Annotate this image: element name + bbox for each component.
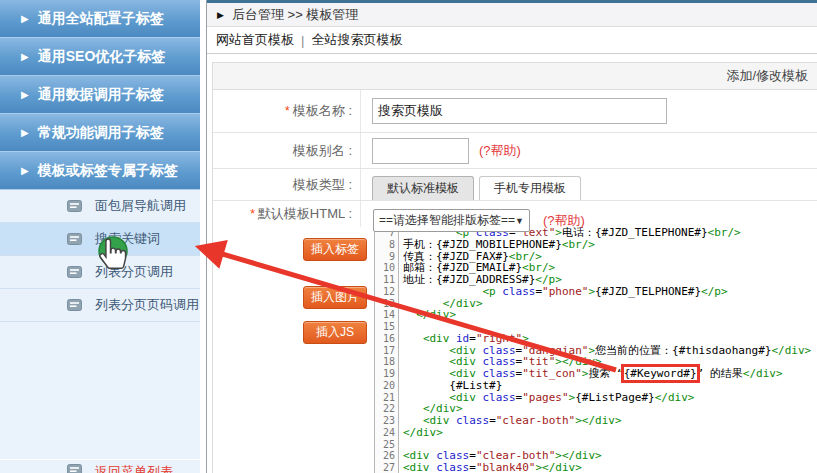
main-content: ▶ 后台管理 >> 模板管理 网站首页模板 | 全站搜索页模板 添加/修改模板 … bbox=[207, 0, 817, 473]
sidebar-group-label: 通用SEO优化子标签 bbox=[38, 48, 166, 66]
insert-js-button[interactable]: 插入JS bbox=[303, 321, 367, 344]
default-html-label: * 默认模板HTML : bbox=[213, 201, 361, 227]
breadcrumb-text: 后台管理 >> 模板管理 bbox=[232, 6, 358, 24]
sidebar-group-label: 通用数据调用子标签 bbox=[38, 86, 164, 104]
required-star: * bbox=[285, 104, 290, 118]
smart-layout-tag-select[interactable]: ==请选择智能排版标签== ▼ bbox=[373, 209, 530, 232]
sidebar-group[interactable]: ▶ 通用数据调用子标签 bbox=[0, 76, 200, 114]
triangle-icon: ▶ bbox=[21, 166, 29, 176]
sidebar-item-label: 列表分页调用 bbox=[95, 263, 173, 281]
code-line: </div> bbox=[403, 427, 817, 439]
required-star: * bbox=[250, 207, 255, 221]
line-number: 17 bbox=[375, 345, 395, 357]
sidebar-group-label: 模板或标签专属子标签 bbox=[38, 162, 178, 180]
code-line: 手机：{#JZD_MOBILEPHONE#}<br/> bbox=[403, 239, 817, 251]
breadcrumb: ▶ 后台管理 >> 模板管理 bbox=[207, 3, 817, 27]
sidebar-group-label: 通用全站配置子标签 bbox=[38, 10, 164, 28]
template-alias-input[interactable] bbox=[372, 138, 469, 164]
sidebar-group[interactable]: ▶ 通用SEO优化子标签 bbox=[0, 38, 200, 76]
triangle-icon: ▶ bbox=[21, 14, 29, 24]
sidebar-group[interactable]: ▶ 模板或标签专属子标签 bbox=[0, 152, 200, 190]
line-number: 22 bbox=[375, 403, 395, 415]
subnav-separator: | bbox=[301, 33, 304, 48]
template-name-label: * 模板名称 : bbox=[213, 90, 361, 132]
alias-help-link[interactable]: (?帮助) bbox=[479, 142, 521, 160]
code-line: <div class="tit_con">搜索 “{#Keyword#}” 的结… bbox=[403, 368, 817, 380]
code-line: </div> bbox=[403, 309, 817, 321]
line-number: 13 bbox=[375, 298, 395, 310]
template-name-input[interactable] bbox=[372, 98, 667, 124]
sidebar-item-label: 返回菜单列表 bbox=[95, 463, 173, 473]
code-line: 地址：{#JZD_ADDRESS#}</p> bbox=[403, 274, 817, 286]
line-number: 11 bbox=[375, 274, 395, 286]
tab-mobile-template[interactable]: 手机专用模板 bbox=[479, 176, 581, 200]
sidebar-item-link[interactable]: 列表分页调用 bbox=[0, 256, 200, 289]
template-type-row: 模板类型 : 默认标准模板 手机专用模板 bbox=[213, 169, 817, 201]
line-number: 19 bbox=[375, 368, 395, 380]
sidebar-item-label: 面包屑导航调用 bbox=[95, 197, 186, 215]
panel-title: 添加/修改模板 bbox=[213, 63, 817, 90]
line-number: 23 bbox=[375, 415, 395, 427]
insert-image-button[interactable]: 插入图片 bbox=[303, 286, 367, 309]
template-html-editor[interactable]: 789101112131415161718192021222324252627 … bbox=[374, 227, 817, 473]
triangle-icon: ▶ bbox=[21, 52, 29, 62]
line-number: 27 bbox=[375, 462, 395, 473]
line-number: 15 bbox=[375, 321, 395, 333]
document-icon bbox=[67, 233, 82, 245]
line-number: 26 bbox=[375, 450, 395, 462]
line-number-gutter: 789101112131415161718192021222324252627 bbox=[375, 227, 399, 473]
code-line: </div> bbox=[403, 298, 817, 310]
document-icon bbox=[67, 200, 82, 212]
line-number: 20 bbox=[375, 380, 395, 392]
subnav-search-template-link[interactable]: 全站搜索页模板 bbox=[311, 31, 402, 49]
template-manager-page: ▶ 通用全站配置子标签 ▶ 通用SEO优化子标签 ▶ 通用数据调用子标签 ▶ 常… bbox=[0, 0, 817, 473]
sidebar-item-active[interactable]: 搜索关键词 bbox=[0, 223, 200, 256]
subnav-home-template-link[interactable]: 网站首页模板 bbox=[216, 31, 294, 49]
template-alias-label: 模板别名 : bbox=[213, 133, 361, 168]
code-content: <p class="text">电话：{#JZD_TELEPHONE#}<br/… bbox=[399, 227, 817, 473]
line-number: 10 bbox=[375, 262, 395, 274]
insert-tag-button[interactable]: 插入标签 bbox=[303, 238, 367, 261]
chevron-down-icon: ▼ bbox=[515, 216, 524, 226]
sidebar-group[interactable]: ▶ 常规功能调用子标签 bbox=[0, 114, 200, 152]
template-subnav: 网站首页模板 | 全站搜索页模板 bbox=[207, 27, 817, 54]
line-number: 25 bbox=[375, 439, 395, 451]
template-type-tabs: 默认标准模板 手机专用模板 bbox=[372, 176, 581, 200]
line-number: 9 bbox=[375, 251, 395, 263]
template-alias-row: 模板别名 : (?帮助) bbox=[213, 133, 817, 169]
document-icon bbox=[67, 266, 82, 278]
document-icon bbox=[67, 464, 82, 473]
triangle-icon: ▶ bbox=[21, 90, 29, 100]
line-number: 16 bbox=[375, 333, 395, 345]
line-number: 18 bbox=[375, 356, 395, 368]
document-icon bbox=[67, 299, 82, 311]
sidebar-item-return[interactable]: 返回菜单列表 bbox=[0, 460, 200, 473]
html-help-link[interactable]: (?帮助) bbox=[543, 212, 585, 230]
sidebar-item-link[interactable]: 面包屑导航调用 bbox=[0, 190, 200, 223]
sidebar-items: 面包屑导航调用 搜索关键词 列表分页调用 列表分页页码调用 bbox=[0, 190, 200, 322]
tab-default-standard-template[interactable]: 默认标准模板 bbox=[372, 176, 474, 200]
line-number: 21 bbox=[375, 392, 395, 404]
sidebar-group-label: 常规功能调用子标签 bbox=[38, 124, 164, 142]
template-name-row: * 模板名称 : bbox=[213, 90, 817, 133]
sidebar-item-label: 搜索关键词 bbox=[95, 230, 160, 248]
code-line: <div class="clear-both"></div> bbox=[403, 415, 817, 427]
sidebar-item-label: 列表分页页码调用 bbox=[95, 296, 199, 314]
line-number: 14 bbox=[375, 309, 395, 321]
line-number: 24 bbox=[375, 427, 395, 439]
sidebar-item-link[interactable]: 列表分页页码调用 bbox=[0, 289, 200, 322]
code-line: <div class="blank40"></div> bbox=[403, 462, 817, 473]
select-value: ==请选择智能排版标签== bbox=[379, 212, 515, 229]
template-type-label: 模板类型 : bbox=[213, 169, 361, 200]
keyword-tag-highlight: {#Keyword#} bbox=[624, 367, 697, 380]
sidebar-empty-area bbox=[0, 322, 200, 460]
triangle-icon: ▶ bbox=[21, 128, 29, 138]
template-form: 添加/修改模板 * 模板名称 : 模板别名 : (?帮助) 模板类型 : bbox=[212, 62, 817, 473]
label-text: 模板类型 : bbox=[293, 176, 352, 194]
sidebar: ▶ 通用全站配置子标签 ▶ 通用SEO优化子标签 ▶ 通用数据调用子标签 ▶ 常… bbox=[0, 0, 200, 473]
sidebar-group[interactable]: ▶ 通用全站配置子标签 bbox=[0, 0, 200, 38]
sidebar-groups: ▶ 通用全站配置子标签 ▶ 通用SEO优化子标签 ▶ 通用数据调用子标签 ▶ 常… bbox=[0, 0, 200, 190]
label-text: 模板名称 : bbox=[293, 102, 352, 120]
code-line: <div class="pages">{#ListPage#}</div> bbox=[403, 392, 817, 404]
line-number: 12 bbox=[375, 286, 395, 298]
